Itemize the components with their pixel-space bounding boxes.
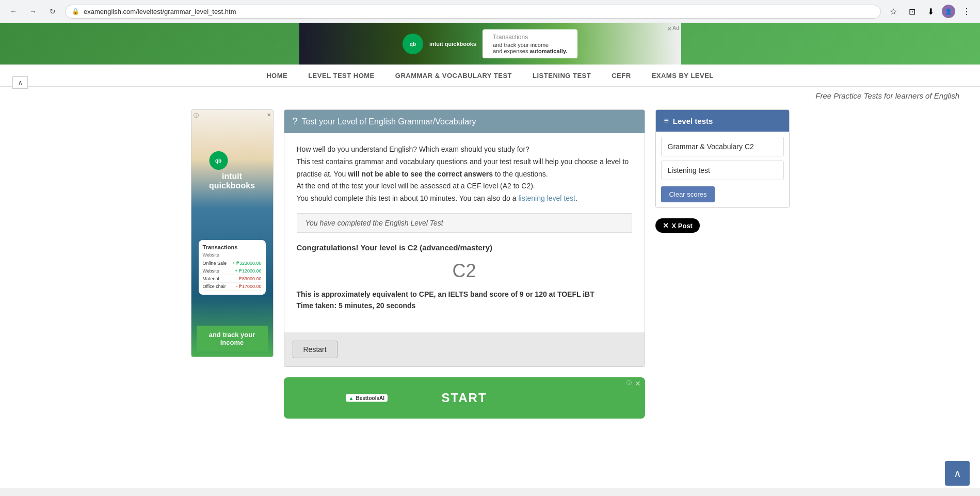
bottom-ad-close-button[interactable]: ✕: [635, 379, 641, 388]
listening-link[interactable]: listening level test: [518, 194, 575, 202]
level-display: C2: [297, 260, 632, 282]
bottom-ad: ▲ BesttoolsAI START ⓘ ✕: [284, 377, 645, 419]
test-card-title: Test your Level of English Grammar/Vocab…: [302, 117, 476, 126]
cast-button[interactable]: ⊡: [905, 4, 919, 19]
intro-p4: At the end of the test your level will b…: [297, 182, 535, 190]
nav-listening-test[interactable]: LISTENING TEST: [533, 72, 591, 79]
congrats-text: Congratulations! Your level is C2 (advan…: [297, 243, 632, 252]
left-ad-info-icon[interactable]: ⓘ: [194, 112, 199, 119]
test-card-body: How well do you understand English? Whic…: [284, 133, 645, 332]
level-tests-header: ≡ Level tests: [656, 110, 789, 132]
equiv-text: This is approximately equivalent to CPE,…: [297, 290, 632, 298]
subtitle-text: Free Practice Tests for learners of Engl…: [815, 91, 959, 100]
level-test-item-grammar[interactable]: Grammar & Vocabulary C2: [661, 137, 784, 156]
ad-badge: Ad: [672, 25, 679, 31]
bookmark-button[interactable]: ☆: [886, 4, 901, 19]
left-ad-sidebar: ⓘ ✕ qb intuitquickbooks Transactions Web…: [191, 109, 274, 429]
x-post-button[interactable]: ✕ X Post: [655, 218, 700, 233]
nav-exams-by-level[interactable]: EXAMS BY LEVEL: [652, 72, 714, 79]
bottom-ad-info-icon[interactable]: ⓘ: [626, 379, 632, 387]
url-text: examenglish.com/leveltest/grammar_level_…: [84, 8, 236, 15]
forward-button[interactable]: →: [26, 4, 40, 19]
refresh-button[interactable]: ↻: [45, 4, 60, 19]
level-tests-title: Level tests: [673, 117, 713, 125]
right-sidebar: ≡ Level tests Grammar & Vocabulary C2 Li…: [655, 109, 790, 429]
question-icon: ?: [293, 116, 298, 127]
back-button[interactable]: ←: [6, 4, 21, 19]
intro-p1: How well do you understand English? Whic…: [297, 145, 529, 153]
scroll-up-arrow[interactable]: ∧: [12, 76, 28, 89]
x-post-label: X Post: [672, 222, 693, 230]
nav-cefr[interactable]: CEFR: [612, 72, 631, 79]
left-ad-bottom-text: and track your income: [197, 326, 268, 351]
top-ad-banner: Ad ✕ qb intuit quickbooks Transactions a…: [0, 23, 980, 65]
left-ad-website-label: Website: [203, 252, 262, 258]
bold-warning: will not be able to see the correct answ…: [348, 170, 493, 178]
test-card-header: ? Test your Level of English Grammar/Voc…: [284, 110, 645, 133]
list-icon: ≡: [664, 116, 669, 125]
left-ad-card: Transactions Website Online Sale+ ₱32300…: [199, 240, 266, 295]
left-ad-row-3: Material- ₱89000.00: [203, 275, 262, 283]
avatar[interactable]: 👤: [942, 5, 955, 18]
restart-button[interactable]: Restart: [293, 341, 338, 358]
test-card: ? Test your Level of English Grammar/Voc…: [284, 109, 645, 367]
left-ad-brand-name: intuitquickbooks: [209, 172, 255, 190]
menu-button[interactable]: ⋮: [959, 4, 974, 19]
left-ad-row-2: Website+ ₱12000.00: [203, 267, 262, 275]
download-button[interactable]: ⬇: [923, 4, 938, 19]
back-to-top-button[interactable]: ∧: [945, 461, 970, 486]
level-tests-card: ≡ Level tests Grammar & Vocabulary C2 Li…: [655, 109, 790, 208]
left-ad-close-button[interactable]: ✕: [267, 112, 271, 118]
nav-home[interactable]: HOME: [266, 72, 287, 79]
main-layout: ⓘ ✕ qb intuitquickbooks Transactions Web…: [181, 104, 800, 434]
ad-tagline: and track your incomeand expenses automa…: [493, 42, 567, 54]
nav-grammar-vocabulary[interactable]: GRAMMAR & VOCABULARY TEST: [395, 72, 512, 79]
browser-chrome: ← → ↻ 🔒 examenglish.com/leveltest/gramma…: [0, 0, 980, 23]
result-section: Congratulations! Your level is C2 (advan…: [297, 239, 632, 322]
completed-banner: You have completed the English Level Tes…: [297, 213, 632, 233]
time-text: Time taken: 5 minutes, 20 seconds: [297, 301, 632, 310]
browser-actions: ☆ ⊡ ⬇ 👤 ⋮: [886, 4, 974, 19]
intro-p2: This test contains grammar and vocabular…: [297, 157, 629, 178]
ad-brand: intuit quickbooks: [429, 41, 476, 47]
left-ad-row-4: Office chair- ₱17000.00: [203, 283, 262, 291]
bottom-ad-logo: ▲ BesttoolsAI: [346, 394, 388, 402]
bottom-ad-start-text: START: [441, 391, 487, 405]
x-icon: ✕: [663, 221, 669, 230]
clear-scores-button[interactable]: Clear scores: [661, 186, 715, 202]
top-ad-inner: Ad ✕ qb intuit quickbooks Transactions a…: [299, 23, 681, 65]
nav-level-test-home[interactable]: LEVEL TEST HOME: [308, 72, 375, 79]
bottom-ad-container: ▲ BesttoolsAI START ⓘ ✕: [284, 377, 645, 419]
intro-p5: You should complete this test in about 1…: [297, 194, 577, 202]
restart-section: Restart: [284, 332, 645, 366]
level-tests-body: Grammar & Vocabulary C2 Listening test C…: [656, 132, 789, 207]
left-ad-row-1: Online Sale+ ₱323000.00: [203, 260, 262, 267]
lock-icon: 🔒: [72, 8, 79, 15]
left-ad-card-title: Transactions: [203, 244, 262, 250]
left-ad-logo: qb: [209, 151, 228, 170]
address-bar[interactable]: 🔒 examenglish.com/leveltest/grammar_leve…: [65, 5, 881, 19]
level-test-item-listening[interactable]: Listening test: [661, 161, 784, 180]
main-nav: HOME LEVEL TEST HOME GRAMMAR & VOCABULAR…: [0, 65, 980, 87]
subtitle-bar: Free Practice Tests for learners of Engl…: [0, 87, 980, 104]
intro-text: How well do you understand English? Whic…: [297, 143, 632, 205]
left-ad-image: ⓘ ✕ qb intuitquickbooks Transactions Web…: [191, 109, 274, 357]
center-content: ? Test your Level of English Grammar/Voc…: [284, 109, 645, 429]
ad-transactions-label: Transactions: [493, 34, 567, 41]
ad-close-button[interactable]: ✕: [667, 25, 672, 33]
page: Ad ✕ qb intuit quickbooks Transactions a…: [0, 23, 980, 488]
ad-logo-text: qb: [410, 41, 416, 47]
completed-text: You have completed the English Level Tes…: [306, 219, 443, 227]
bottom-ad-logo-text: BesttoolsAI: [356, 395, 384, 401]
